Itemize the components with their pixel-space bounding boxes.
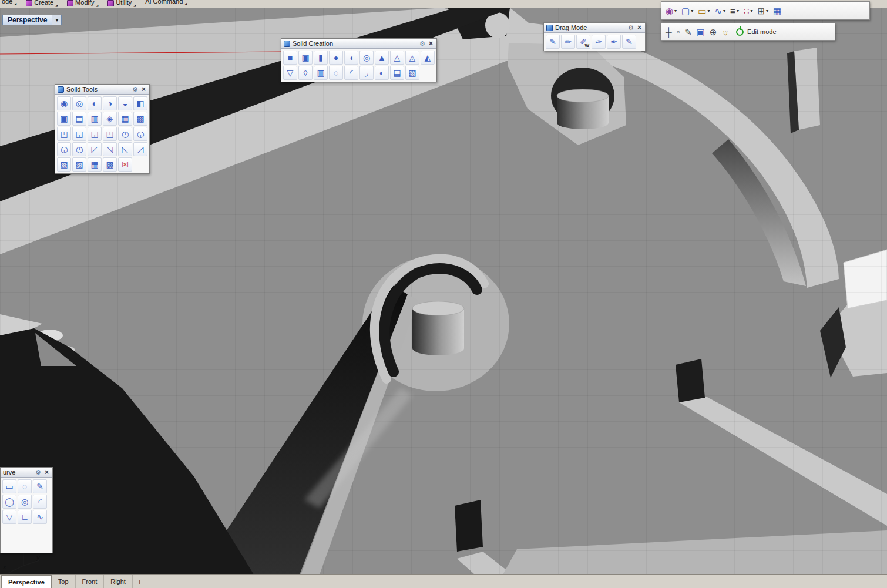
boolean-gears-icon[interactable]: ◈ <box>103 112 117 126</box>
close-icon[interactable]: × <box>428 39 434 48</box>
boolean-difference-icon[interactable]: ◎ <box>72 96 86 110</box>
copy-face-icon[interactable]: ◳ <box>103 127 117 141</box>
hole-icon[interactable]: ▧ <box>57 157 71 172</box>
move-face-icon[interactable]: ◲ <box>88 127 102 141</box>
close-icon[interactable]: × <box>636 23 643 32</box>
polar-drag-icon[interactable]: ✎ <box>622 35 636 49</box>
twist-icon[interactable]: ◿ <box>133 142 147 156</box>
tube-icon[interactable]: ▥ <box>314 66 328 80</box>
menu-mode[interactable]: ode◢ <box>2 0 16 5</box>
freeform-curve-icon[interactable]: ∿ <box>33 510 47 524</box>
pan-tabs-button[interactable]: + <box>133 575 147 588</box>
close-icon[interactable]: × <box>43 468 50 476</box>
grid-holes-icon[interactable]: ▦ <box>88 157 102 172</box>
curve-titlebar[interactable]: urve ⚙ × <box>1 468 52 478</box>
curve-tools-dropdown[interactable]: ∿▾ <box>713 6 728 16</box>
scale-face-icon[interactable]: ◵ <box>133 127 147 141</box>
point-cloud-icon[interactable]: ◌ <box>18 479 32 493</box>
tetrahedron-icon[interactable]: ▽ <box>283 66 297 80</box>
pen-curve-icon[interactable]: ✎ <box>33 479 47 493</box>
transform-dropdown[interactable]: ⊞▾ <box>755 6 770 16</box>
polyline-icon[interactable]: ▭ <box>2 479 16 493</box>
arc-slab-icon[interactable]: ◜ <box>344 66 358 80</box>
quarter-pipe-icon[interactable]: ◞ <box>359 66 374 80</box>
tab-front[interactable]: Front <box>76 575 105 588</box>
close-icon[interactable]: × <box>140 85 147 93</box>
circle-icon[interactable]: ◯ <box>2 495 16 509</box>
offset-solid-icon[interactable]: ▦ <box>118 112 132 126</box>
menu-ai-command[interactable]: AI Command◢ <box>145 0 187 5</box>
dropdown-arrow-icon[interactable]: ▾ <box>674 8 677 14</box>
sphere-icon[interactable]: ● <box>329 51 343 65</box>
zoom-icon[interactable]: ⊕ <box>708 27 719 37</box>
cylinder-icon[interactable]: ▮ <box>314 51 328 65</box>
tab-top[interactable]: Top <box>52 575 76 588</box>
arc-icon[interactable]: ◜ <box>33 495 47 509</box>
viewport-perspective[interactable]: x y Perspective ▼ Solid Creation ⚙ × ■▣▮… <box>0 8 887 574</box>
gear-icon[interactable]: ⚙ <box>628 24 634 32</box>
light-icon[interactable]: ☼ <box>720 27 731 37</box>
gear-icon[interactable]: ⚙ <box>35 469 41 476</box>
ellipsoid-icon[interactable]: ◌ <box>329 66 343 80</box>
dropdown-arrow-icon[interactable]: ▾ <box>737 8 739 14</box>
edit-mode-power-icon[interactable] <box>736 28 744 36</box>
measure-dropdown[interactable]: ▭▾ <box>696 6 711 16</box>
wire-cut-icon[interactable]: ◶ <box>57 142 71 156</box>
slab-icon[interactable]: ▤ <box>390 66 404 80</box>
drag-mode-titlebar[interactable]: Drag Mode ⚙ × <box>544 23 645 33</box>
uvn-drag-icon[interactable]: ✏ <box>561 35 575 49</box>
points-on-icon[interactable]: ▫ <box>675 27 681 37</box>
box-corner-icon[interactable]: ▣ <box>298 51 313 65</box>
extrude-solid-icon[interactable]: ▣ <box>57 112 71 126</box>
slice-icon[interactable]: ◷ <box>72 142 86 156</box>
boolean-split-icon[interactable]: ◑ <box>103 96 117 110</box>
dropdown-arrow-icon[interactable]: ▾ <box>750 8 752 14</box>
cone-outline-icon[interactable]: △ <box>390 51 404 65</box>
viewport-dropdown-icon[interactable]: ▼ <box>52 15 62 25</box>
gear-icon[interactable]: ⚙ <box>132 86 138 93</box>
gear-icon[interactable]: ⚙ <box>419 40 425 48</box>
display-mode-dropdown[interactable]: ▢▾ <box>680 6 695 16</box>
project-curve-icon[interactable]: ◹ <box>103 142 117 156</box>
cut-solid-icon[interactable]: ◧ <box>133 96 147 110</box>
grid-dense-icon[interactable]: ▩ <box>103 157 117 172</box>
wedge-icon[interactable]: ▧ <box>405 66 419 80</box>
dropdown-arrow-icon[interactable]: ▾ <box>691 8 693 14</box>
split-face-icon[interactable]: ◸ <box>88 142 102 156</box>
named-view-dropdown[interactable]: ◉▾ <box>664 6 678 16</box>
menu-modify[interactable]: Modify◢ <box>67 0 98 6</box>
fillet-edge-icon[interactable]: ◰ <box>57 127 71 141</box>
gumball-icon[interactable]: ┼ <box>664 27 674 37</box>
shell-icon[interactable]: ▥ <box>88 112 102 126</box>
view-drag-icon[interactable]: ✒ <box>607 35 621 49</box>
array-dropdown[interactable]: ∷▾ <box>742 6 755 16</box>
tab-right[interactable]: Right <box>104 575 133 588</box>
cone-icon[interactable]: ▲ <box>375 51 389 65</box>
world-drag-icon[interactable]: ✐W <box>576 35 590 49</box>
boolean-union-icon[interactable]: ◉ <box>57 96 71 110</box>
rotate-face-icon[interactable]: ◴ <box>118 127 132 141</box>
plane-icon[interactable]: ◊ <box>298 66 313 80</box>
tab-perspective[interactable]: Perspective <box>1 575 52 588</box>
half-sphere-icon[interactable]: ◖ <box>344 51 358 65</box>
boolean-intersection-icon[interactable]: ◐ <box>88 96 102 110</box>
ellipse-icon[interactable]: ◎ <box>18 495 32 509</box>
panel-layout-icon[interactable]: ▦ <box>771 6 783 16</box>
record-history-icon[interactable]: ✎ <box>683 27 694 37</box>
box-icon[interactable]: ■ <box>283 51 297 65</box>
dropdown-arrow-icon[interactable]: ▾ <box>723 8 725 14</box>
truncated-cone-icon[interactable]: ◬ <box>405 51 419 65</box>
merge-solids-icon[interactable]: ◒ <box>118 96 132 110</box>
dropdown-arrow-icon[interactable]: ▾ <box>708 8 710 14</box>
array-holes-icon[interactable]: ◺ <box>118 142 132 156</box>
dropdown-arrow-icon[interactable]: ▾ <box>766 8 768 14</box>
no-drag-icon[interactable]: ✎ <box>546 35 560 49</box>
half-cylinder-icon[interactable]: ◐ <box>375 66 389 80</box>
cplane-drag-icon[interactable]: ✑ <box>592 35 606 49</box>
extend-face-icon[interactable]: ◱ <box>72 127 86 141</box>
thicken-icon[interactable]: ▩ <box>133 112 147 126</box>
torus-icon[interactable]: ◎ <box>359 51 374 65</box>
save-icon[interactable]: ▣ <box>695 27 707 37</box>
menu-utility[interactable]: Utility◢ <box>107 0 136 6</box>
pyramid-icon[interactable]: ◭ <box>421 51 435 65</box>
